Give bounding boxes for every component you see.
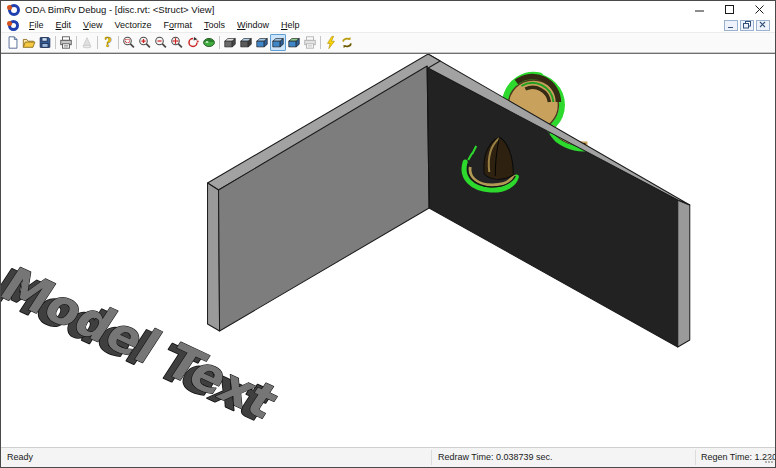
- maximize-button[interactable]: [715, 1, 745, 18]
- mdi-restore-icon: [743, 21, 752, 29]
- help-button[interactable]: ?: [100, 34, 116, 51]
- resize-grip[interactable]: [765, 455, 774, 466]
- wireframe-2d-button[interactable]: [222, 34, 238, 51]
- named-view-button[interactable]: [201, 34, 217, 51]
- gouraud-shaded-icon: [287, 35, 301, 50]
- hidden-line-icon: [255, 35, 269, 50]
- new-icon: [6, 35, 20, 50]
- mdi-minimize-button[interactable]: [724, 20, 738, 31]
- menu-item-window[interactable]: Window: [231, 18, 275, 32]
- mdi-close-icon: [759, 21, 767, 29]
- plot-button: [302, 34, 318, 51]
- mdi-restore-button[interactable]: [740, 20, 754, 31]
- zoom-extents-icon: [170, 35, 184, 50]
- regen-button[interactable]: [339, 34, 355, 51]
- menu-item-tools[interactable]: Tools: [198, 18, 231, 32]
- wall-right-endcap[interactable]: [678, 200, 690, 347]
- menu-item-file[interactable]: File: [23, 18, 50, 32]
- lightning-icon: [324, 35, 338, 50]
- regen-icon: [340, 35, 354, 50]
- open-icon: [22, 35, 36, 50]
- wireframe-3d-button[interactable]: [238, 34, 254, 51]
- app-window: ODA BimRv Debug - [disc.rvt: <Struct> Vi…: [0, 0, 776, 468]
- hidden-line-button[interactable]: [254, 34, 270, 51]
- zoom-in-icon: [138, 35, 152, 50]
- menu-bar: FileEditViewVectorizeFormatToolsWindowHe…: [1, 18, 775, 33]
- named-view-icon: [202, 35, 216, 50]
- help-icon: ?: [101, 35, 115, 50]
- toolbar-separator: [118, 36, 119, 49]
- zoom-out-icon: [154, 35, 168, 50]
- wall-left-face[interactable]: [219, 66, 430, 331]
- gouraud-shaded-button[interactable]: [286, 34, 302, 51]
- shaded-icon: [271, 35, 285, 50]
- orbit-icon: [186, 35, 200, 50]
- document-logo-icon: [8, 20, 19, 31]
- plot-icon: [303, 35, 317, 50]
- status-redraw-time: Redraw Time: 0.038739 sec.: [438, 452, 553, 462]
- orbit-button[interactable]: [185, 34, 201, 51]
- lightning-button[interactable]: [323, 34, 339, 51]
- mdi-minimize-icon: [727, 21, 735, 29]
- app-logo-icon: [8, 4, 20, 16]
- wireframe-3d-icon: [239, 35, 253, 50]
- wireframe-2d-icon: [223, 35, 237, 50]
- menu-item-edit[interactable]: Edit: [50, 18, 78, 32]
- toolbar-separator: [55, 36, 56, 49]
- shaded-button[interactable]: [270, 34, 286, 51]
- toolbar-separator: [219, 36, 220, 49]
- svg-text:?: ?: [104, 35, 111, 50]
- menu-item-view[interactable]: View: [77, 18, 108, 32]
- save-icon: [38, 35, 52, 50]
- menu-item-vectorize[interactable]: Vectorize: [108, 18, 157, 32]
- window-controls: [685, 1, 775, 18]
- status-ready: Ready: [7, 452, 33, 462]
- minimize-icon: [695, 5, 705, 15]
- zoom-extents-button[interactable]: [169, 34, 185, 51]
- viewport: Model Text Model Text: [1, 53, 775, 447]
- toolbar-separator: [97, 36, 98, 49]
- mdi-window-controls: [724, 20, 775, 31]
- title-bar[interactable]: ODA BimRv Debug - [disc.rvt: <Struct> Vi…: [1, 1, 775, 18]
- wall-left-endcap[interactable]: [208, 183, 220, 331]
- zoom-window-icon: [122, 35, 136, 50]
- close-icon: [755, 5, 765, 15]
- menu-item-help[interactable]: Help: [275, 18, 306, 32]
- print-icon: [59, 35, 73, 50]
- print-button[interactable]: [58, 34, 74, 51]
- window-title: ODA BimRv Debug - [disc.rvt: <Struct> Vi…: [25, 4, 214, 15]
- minimize-button[interactable]: [685, 1, 715, 18]
- main-toolbar: ?: [1, 33, 775, 53]
- toolbar-separator: [320, 36, 321, 49]
- toolbar-separator: [76, 36, 77, 49]
- maximize-icon: [725, 5, 735, 15]
- menu-item-format[interactable]: Format: [157, 18, 198, 32]
- viewport-canvas[interactable]: Model Text Model Text: [1, 54, 775, 447]
- render-icon: [80, 35, 94, 50]
- save-button[interactable]: [37, 34, 53, 51]
- zoom-out-button[interactable]: [153, 34, 169, 51]
- status-divider: [431, 450, 432, 465]
- render-button: [79, 34, 95, 51]
- status-divider: [695, 450, 696, 465]
- menu-items: FileEditViewVectorizeFormatToolsWindowHe…: [23, 18, 306, 32]
- mdi-close-button[interactable]: [756, 20, 770, 31]
- zoom-in-button[interactable]: [137, 34, 153, 51]
- open-button[interactable]: [21, 34, 37, 51]
- resize-grip-icon: [765, 455, 774, 464]
- zoom-window-button[interactable]: [121, 34, 137, 51]
- status-bar: Ready Redraw Time: 0.038739 sec. Regen T…: [1, 447, 775, 467]
- close-button[interactable]: [745, 1, 775, 18]
- new-button[interactable]: [5, 34, 21, 51]
